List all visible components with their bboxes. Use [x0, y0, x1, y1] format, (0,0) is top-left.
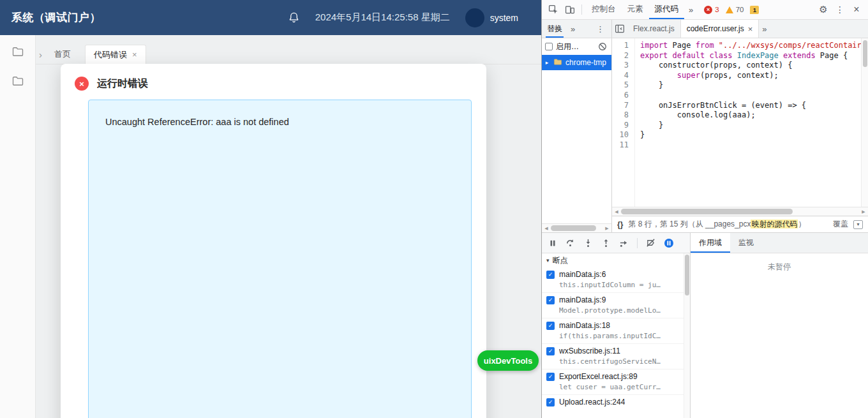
user-menu[interactable]: system — [465, 8, 518, 27]
breakpoint-row: ✓ wxSubscribe.js:11 — [546, 347, 681, 355]
notification-bell-icon[interactable] — [288, 11, 300, 24]
more-files-icon[interactable]: » — [759, 24, 770, 34]
page-tab-label: 首页 — [54, 49, 71, 60]
step-over-icon[interactable] — [565, 238, 575, 248]
enable-overrides-checkbox[interactable] — [545, 43, 553, 50]
scroll-thumb[interactable] — [685, 255, 689, 295]
breakpoints-scrollbar[interactable] — [684, 253, 690, 418]
tab-close-icon[interactable]: × — [132, 50, 137, 59]
folder-icon[interactable] — [11, 75, 24, 87]
breakpoint-item[interactable]: ✓ wxSubscribe.js:11 this.centrifugoServi… — [542, 344, 690, 369]
devtools-tab[interactable]: 元素 — [622, 0, 649, 19]
breakpoint-location: wxSubscribe.js:11 — [559, 347, 620, 355]
tree-item-chrome-tmp[interactable]: ▸ chrome-tmp — [542, 55, 611, 70]
navigator-hscrollbar[interactable]: ◀ ▶ — [542, 223, 611, 232]
editor-vscrollbar[interactable] — [861, 38, 868, 207]
more-panes-icon[interactable]: » — [567, 24, 578, 34]
warning-count-badge[interactable]: 70 — [726, 6, 744, 13]
enable-overrides-label: 启用… — [556, 41, 579, 52]
file-tab-close-icon[interactable]: × — [748, 24, 753, 34]
code-content[interactable]: import Page from "../../wxsys/comps/reac… — [635, 38, 868, 207]
page-tab[interactable]: 首页 — [46, 45, 79, 64]
runtime-error-modal: × 运行时错误 Uncaught ReferenceError: aaa is … — [61, 64, 486, 418]
navigator-menu-icon[interactable]: ⋮ — [593, 24, 608, 34]
devtools-tabs: 控制台 元素 源代码 — [586, 0, 684, 19]
breakpoint-checkbox[interactable]: ✓ — [546, 398, 555, 407]
uix-devtools-button[interactable]: uixDevTools — [477, 350, 539, 371]
pause-script-icon[interactable] — [548, 239, 557, 248]
folder-icon[interactable] — [11, 45, 24, 58]
scroll-left-icon[interactable]: ◀ — [613, 209, 620, 214]
chevron-right-icon[interactable]: › — [37, 49, 46, 64]
navigator-filler — [542, 70, 611, 223]
tab-watch[interactable]: 监视 — [730, 233, 762, 253]
breakpoint-item[interactable]: ✓ mainData.js:9 Model.prototype.modelLo… — [542, 293, 690, 318]
tab-scope[interactable]: 作用域 — [691, 233, 730, 253]
menu-dots-icon[interactable]: ⋮ — [832, 2, 848, 17]
page-tabbar: › 首页 代码错误 × — [36, 45, 541, 64]
coverage-label[interactable]: 覆盖 — [833, 219, 848, 230]
breakpoint-code-preview — [559, 408, 681, 417]
breakpoints-header-label: 断点 — [553, 255, 568, 266]
user-avatar[interactable] — [465, 8, 484, 27]
breakpoint-item[interactable]: ✓ mainData.js:6 this.inputIdColumn = ju… — [542, 267, 690, 293]
breakpoint-row: ✓ ExportExcel.react.js:89 — [546, 372, 681, 381]
breakpoint-checkbox[interactable]: ✓ — [546, 322, 555, 330]
breakpoint-location: mainData.js:9 — [559, 295, 606, 304]
error-count-badge[interactable]: ×3 — [704, 6, 719, 14]
issues-badge-icon: 1 — [750, 6, 759, 14]
step-out-icon[interactable] — [601, 238, 611, 248]
editor-column: 1234567891011 import Page from "../../wx… — [612, 38, 868, 232]
clear-configuration-icon[interactable] — [597, 41, 608, 52]
device-toolbar-icon[interactable] — [562, 2, 578, 17]
page-tab[interactable]: 代码错误 × — [85, 45, 146, 64]
editor-status-bar: {} 第 8 行，第 15 列（从 __pages_pcx映射的源代码） 覆盖 … — [612, 216, 868, 232]
devtools-tab[interactable]: 源代码 — [649, 0, 685, 19]
scroll-thumb[interactable] — [621, 209, 793, 214]
file-tab[interactable]: Flex.react.js — [627, 20, 681, 38]
navigator-pane-tab-overrides[interactable]: 替换 — [546, 20, 564, 38]
panel-toggle-icon[interactable]: ▾ — [853, 220, 863, 229]
issues-count-badge[interactable]: 1 — [750, 6, 759, 14]
inspect-icon[interactable] — [546, 2, 561, 17]
navigator-pane: 启用… ▸ chrome-tmp ◀ ▶ — [542, 38, 612, 232]
file-tab[interactable]: codeError.user.js × — [681, 20, 760, 38]
divider — [581, 4, 582, 15]
scroll-left-icon[interactable]: ◀ — [543, 226, 550, 231]
enable-overrides-row: 启用… — [542, 38, 611, 55]
devtools-tab[interactable]: 控制台 — [586, 0, 622, 19]
editor-hscrollbar[interactable]: ◀ ▶ — [612, 207, 868, 216]
debugger-sidebar: ▾ 断点 ✓ mainData.js:6 this.inputIdColumn … — [542, 232, 868, 418]
code-editor[interactable]: 1234567891011 import Page from "../../wx… — [612, 38, 868, 207]
breakpoint-checkbox[interactable]: ✓ — [546, 347, 555, 355]
expand-arrow-icon[interactable]: ▸ — [544, 59, 550, 66]
step-into-icon[interactable] — [583, 238, 593, 248]
devtools-close-icon[interactable]: × — [849, 2, 864, 17]
more-tabs-icon[interactable]: » — [685, 5, 696, 15]
breakpoint-checkbox[interactable]: ✓ — [546, 296, 555, 304]
pause-on-exceptions-icon[interactable] — [664, 238, 674, 248]
scroll-right-icon[interactable]: ▶ — [604, 226, 610, 231]
file-tab-label: codeError.user.js — [687, 24, 744, 33]
scroll-track[interactable] — [621, 209, 859, 214]
scroll-thumb[interactable] — [551, 225, 596, 231]
navigator-pane-tabs: 替换 » ⋮ — [542, 20, 612, 38]
breakpoint-code-preview: if(this.params.inputIdC… — [559, 332, 681, 341]
debugger-left-column: ▾ 断点 ✓ mainData.js:6 this.inputIdColumn … — [542, 233, 691, 418]
breakpoint-item[interactable]: ✓ mainData.js:18 if(this.params.inputIdC… — [542, 318, 690, 344]
breakpoint-checkbox[interactable]: ✓ — [546, 373, 555, 381]
step-icon[interactable] — [619, 238, 629, 248]
navigator-toggle-icon[interactable] — [612, 21, 627, 36]
pretty-print-icon[interactable]: {} — [617, 220, 623, 229]
left-sidebar — [0, 35, 36, 418]
deactivate-breakpoints-icon[interactable] — [646, 238, 655, 248]
breakpoint-item[interactable]: ✓ ExportExcel.react.js:89 let cuser = ua… — [542, 369, 690, 395]
scroll-right-icon[interactable]: ▶ — [860, 209, 867, 214]
cursor-position: 第 8 行，第 15 列（从 __pages_pcx映射的源代码） — [628, 219, 805, 230]
settings-gear-icon[interactable]: ⚙ — [816, 2, 831, 17]
breakpoint-item[interactable]: ✓ Upload.react.js:244 — [542, 395, 690, 418]
scroll-thumb[interactable] — [863, 40, 867, 67]
breakpoint-checkbox[interactable]: ✓ — [546, 271, 555, 279]
breakpoints-section-header[interactable]: ▾ 断点 — [542, 253, 690, 267]
scroll-track[interactable] — [551, 225, 602, 231]
